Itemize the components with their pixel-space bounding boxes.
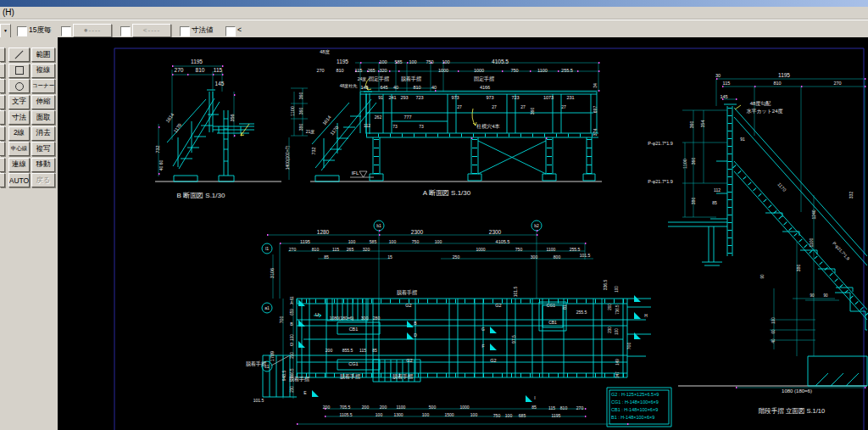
tool-button-edge-partial[interactable] [0, 95, 5, 109]
dim-label: 200 [608, 304, 612, 310]
dim-label: 100 [290, 334, 294, 341]
tool-button-stretch[interactable]: 伸縮 [31, 95, 55, 109]
dim-label: CG1 [547, 303, 556, 308]
dim-value-checkbox[interactable] [180, 26, 190, 36]
dim-label: 115 [332, 247, 339, 252]
dim-label: 115 [723, 81, 731, 86]
dim-label: 水平カット24度 [746, 108, 782, 114]
tool-button-edge-partial[interactable] [0, 110, 5, 125]
dim-label: 380 [298, 124, 303, 131]
dim-label: 1195 [778, 72, 790, 78]
dim-label: 750 [510, 68, 518, 73]
dim-label: 100 [379, 59, 387, 64]
dim-label: 948.5 [281, 371, 287, 382]
dim-label: 230 [290, 386, 294, 393]
tool-button-dimension[interactable]: 寸法 [8, 110, 30, 125]
dim-label: CB1 : H-148×100×6×9 [611, 407, 658, 412]
dim-label: 脱着手摺 [289, 376, 309, 383]
dim-label: CB1 [548, 320, 557, 325]
dim-label: 90 [810, 293, 815, 298]
tool-button-copy[interactable]: 複写 [31, 142, 55, 156]
dim-label: 777 [403, 114, 411, 120]
tool-button-corner[interactable]: コーナー [31, 79, 55, 93]
dim-label: 280 [373, 316, 381, 321]
dim-label: 1105.5 [340, 412, 353, 417]
dim-label: 4166 [480, 85, 490, 90]
toolbar-combo-dropdown[interactable]: ▼ [0, 24, 11, 38]
tool-button-edge-partial[interactable] [0, 142, 5, 156]
dim-label: 4105.5 [496, 239, 510, 244]
tool-button-edge-partial[interactable] [0, 173, 5, 187]
dim-label: 40 60 [159, 160, 164, 171]
tool-button-auto[interactable]: AUTO [8, 173, 30, 187]
tool-button-chamfer[interactable]: 面取 [31, 110, 55, 125]
dim-label: B1 : H-148×100×6×9 [611, 415, 654, 420]
dim-label: 40 [771, 338, 776, 343]
dim-label: 115 [548, 405, 555, 410]
tool-button-edge-partial[interactable] [0, 158, 5, 172]
dim-label: 100 [615, 286, 619, 293]
dim-label: 270 [289, 247, 297, 252]
dim-label: 810 [336, 68, 343, 73]
dim-label: B [414, 321, 417, 326]
dim-label: 360 [530, 108, 535, 115]
dot-line-button[interactable]: ●---- [73, 24, 112, 37]
tool-palette: 文字寸法2線中心線連線AUTO範囲複線コーナー伸縮面取消去複写移動戻る [0, 37, 58, 430]
dim-label: E [303, 390, 307, 395]
dim-label: 48度 [320, 49, 330, 55]
dim-label: 脱着手摺 [397, 289, 417, 296]
dim-label: 300 [361, 316, 369, 321]
tool-button-edge-partial[interactable] [0, 126, 5, 141]
dim-label: 145 [720, 94, 727, 99]
arrow-line-checkbox[interactable] [120, 26, 131, 36]
tool-button-line[interactable] [8, 47, 30, 62]
dim-label: D [414, 332, 417, 338]
dim-label: 723 [511, 95, 519, 100]
dim-label: 脱着手摺 [392, 373, 413, 380]
tool-button-rect[interactable] [8, 64, 30, 78]
dim-label: 1100 [537, 68, 548, 73]
tool-button-two-line[interactable]: 2線 [8, 126, 30, 141]
tool-button-undo[interactable]: 戻る [31, 173, 55, 187]
tool-button-center-line[interactable]: 中心線 [8, 142, 30, 156]
dropdown-arrow-icon: ▼ [3, 28, 8, 33]
rect-icon [15, 66, 24, 75]
dim-label: 810 [312, 247, 320, 252]
tool-button-multi-line[interactable]: 連線 [8, 158, 30, 172]
dim-label: 1195 [300, 239, 310, 244]
arrow-line-button[interactable]: <---- [132, 24, 171, 37]
tool-button-circle[interactable] [8, 79, 30, 93]
tool-button-edge-partial[interactable] [0, 47, 5, 62]
tool-button-parallel[interactable]: 複線 [31, 64, 55, 78]
lt-checkbox[interactable] [225, 26, 236, 36]
ifl-marker [271, 171, 374, 366]
dim-label: 1400(100=7) [285, 145, 290, 170]
dim-label: 100 [442, 59, 449, 64]
tool-button-move[interactable]: 移動 [31, 158, 55, 172]
tool-button-text[interactable]: 文字 [8, 95, 30, 109]
tool-button-edge-partial[interactable] [0, 79, 5, 93]
dim-label: 360 [691, 158, 696, 165]
tool-button-erase[interactable]: 消去 [31, 126, 55, 141]
dim-label: 3106 [270, 268, 275, 278]
dim-label: 270 [175, 67, 184, 73]
dim-label: 750 [493, 413, 501, 418]
tool-button-edge-partial[interactable] [0, 64, 5, 78]
dim-label: 270 [833, 81, 841, 86]
dim-label: 200 [323, 405, 331, 410]
dim-label: 354 [700, 120, 705, 128]
dim-label: 1614 [164, 112, 175, 124]
angle-snap-checkbox[interactable] [17, 26, 27, 36]
dim-label: 336.5 [603, 280, 608, 291]
menu-item-help-tail[interactable]: (H) [1, 8, 16, 17]
dim-label: 360 [298, 92, 303, 100]
dim-label: 27 [520, 104, 526, 109]
drawing-canvas[interactable]: 11952708101151451614117073235640 60B 断面図… [58, 37, 868, 430]
dim-label: 40 [393, 85, 398, 90]
dim-label: 697 [593, 106, 598, 114]
dim-label: 1100 [682, 159, 687, 169]
dim-label: 320 [379, 68, 387, 73]
dot-line-checkbox[interactable] [61, 26, 71, 36]
tool-button-range[interactable]: 範囲 [31, 47, 55, 62]
dim-label: CG1 [348, 361, 358, 366]
